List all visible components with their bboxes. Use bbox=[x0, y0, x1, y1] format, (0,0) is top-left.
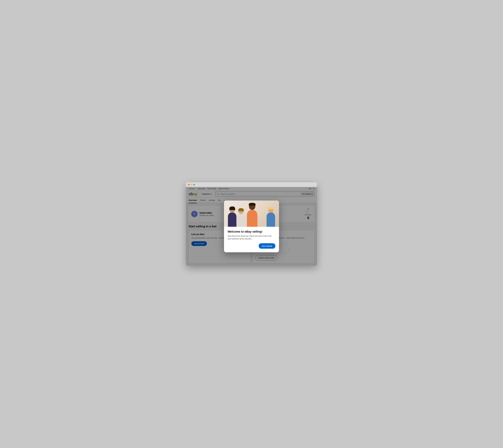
browser-titlebar bbox=[186, 182, 317, 187]
welcome-modal: Welcome to eBay selling! Now that you're… bbox=[224, 200, 279, 252]
people-illustration bbox=[224, 200, 279, 227]
browser-window: Hi User! ▾ Daily Deals Brand Outlet Help… bbox=[186, 182, 317, 266]
person-4 bbox=[267, 207, 275, 227]
person-1 bbox=[228, 207, 236, 227]
close-button[interactable] bbox=[188, 184, 190, 185]
modal-title: Welcome to eBay selling! bbox=[228, 230, 275, 233]
minimize-button[interactable] bbox=[191, 184, 192, 185]
modal-body: Welcome to eBay selling! Now that you're… bbox=[224, 227, 279, 252]
get-started-button[interactable]: Get started bbox=[259, 243, 275, 249]
modal-description: Now that you're all set up, check out so… bbox=[228, 235, 275, 240]
browser-content: Hi User! ▾ Daily Deals Brand Outlet Help… bbox=[186, 187, 317, 266]
ebay-page: Hi User! ▾ Daily Deals Brand Outlet Help… bbox=[186, 187, 317, 266]
desktop-background: Hi User! ▾ Daily Deals Brand Outlet Help… bbox=[0, 0, 503, 448]
person-3 bbox=[247, 203, 257, 227]
modal-image bbox=[224, 200, 279, 227]
modal-footer: Get started bbox=[228, 243, 275, 249]
maximize-button[interactable] bbox=[193, 184, 195, 185]
person-2 bbox=[237, 208, 245, 227]
